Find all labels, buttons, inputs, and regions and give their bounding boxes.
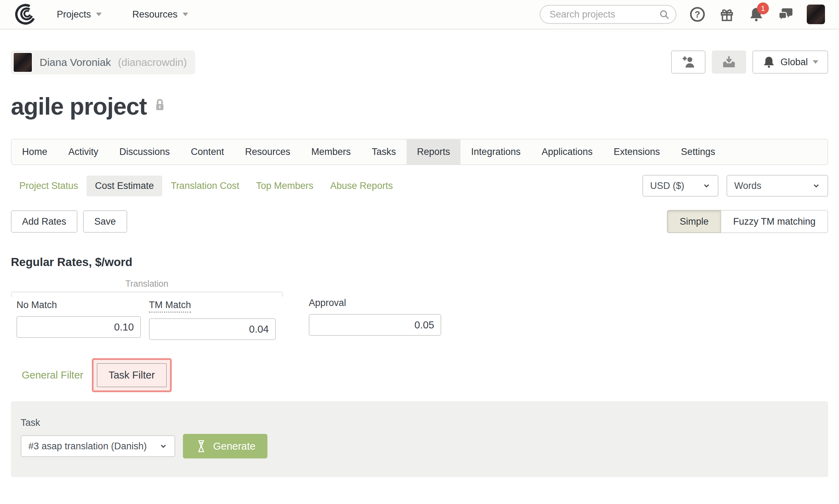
tab-extensions[interactable]: Extensions	[603, 139, 670, 164]
tab-settings[interactable]: Settings	[670, 139, 726, 164]
global-label: Global	[780, 57, 808, 68]
unit-selected-value: Words	[734, 181, 762, 191]
tab-discussions[interactable]: Discussions	[109, 139, 180, 164]
currency-select[interactable]: USD ($)	[642, 175, 718, 197]
project-tabs: Home Activity Discussions Content Resour…	[11, 139, 828, 165]
project-header-row: Diana Voroniak (dianacrowdin)	[11, 50, 828, 74]
rates-buttons: Add Rates Save	[11, 210, 127, 233]
general-filter-link[interactable]: General Filter	[22, 369, 83, 381]
rates-area: Translation No Match TM Match Approval	[11, 279, 828, 340]
bell-icon	[762, 55, 776, 69]
search-icon[interactable]	[659, 9, 670, 20]
tab-members[interactable]: Members	[301, 139, 361, 164]
nav-projects-label: Projects	[57, 9, 91, 20]
global-notifications-button[interactable]: Global	[752, 50, 828, 74]
top-nav-menu: Projects Resources	[57, 9, 188, 20]
mode-simple-button[interactable]: Simple	[667, 210, 721, 233]
owner-name: Diana Voroniak	[40, 56, 111, 68]
currency-selected-value: USD ($)	[650, 181, 684, 191]
search-wrap	[540, 5, 676, 24]
task-filter-highlight: Task Filter	[92, 358, 172, 392]
tm-match-label: TM Match	[149, 300, 191, 313]
translation-group-bracket	[11, 292, 283, 297]
tab-reports[interactable]: Reports	[407, 139, 461, 164]
rates-heading: Regular Rates, $/word	[11, 256, 828, 269]
top-navigation-bar: Projects Resources ?	[0, 0, 839, 29]
task-filter-button[interactable]: Task Filter	[97, 363, 167, 387]
topbar-right-cluster: ? 1	[540, 5, 825, 24]
generate-button[interactable]: Generate	[183, 434, 267, 458]
chevron-down-icon	[702, 182, 711, 190]
help-button[interactable]: ?	[689, 6, 706, 23]
svg-text:?: ?	[695, 9, 700, 19]
title-row: agile project	[11, 93, 828, 120]
page-content: Diana Voroniak (dianacrowdin)	[0, 50, 839, 477]
project-owner-link[interactable]: Diana Voroniak (dianacrowdin)	[11, 50, 195, 74]
task-select[interactable]: #3 asap translation (Danish)	[21, 435, 175, 457]
subtab-top-members[interactable]: Top Members	[248, 176, 322, 196]
subtab-cost-estimate[interactable]: Cost Estimate	[87, 176, 162, 196]
approval-input[interactable]	[309, 314, 441, 336]
no-match-input[interactable]	[16, 316, 141, 338]
chevron-down-icon	[159, 442, 168, 450]
tab-content[interactable]: Content	[180, 139, 235, 164]
report-subtabs: Project Status Cost Estimate Translation…	[11, 176, 401, 196]
translation-rate-group: Translation No Match TM Match	[11, 279, 283, 340]
generate-label: Generate	[213, 441, 255, 452]
task-label: Task	[21, 417, 818, 428]
owner-avatar	[13, 52, 33, 73]
messages-button[interactable]	[777, 6, 794, 23]
tab-home[interactable]: Home	[12, 139, 58, 164]
mode-fuzzy-tm-button[interactable]: Fuzzy TM matching	[721, 210, 828, 233]
download-icon	[722, 55, 736, 69]
caret-down-icon	[96, 13, 102, 16]
private-project-lock-icon	[153, 97, 166, 113]
download-project-button[interactable]	[712, 50, 746, 74]
owner-handle: (dianacrowdin)	[118, 56, 187, 68]
approval-field: Approval	[309, 298, 441, 336]
tm-match-field: TM Match	[149, 300, 276, 340]
no-match-field: No Match	[16, 300, 141, 340]
nav-projects-dropdown[interactable]: Projects	[57, 9, 102, 20]
header-actions: Global	[671, 50, 828, 74]
rates-toolbar: Add Rates Save Simple Fuzzy TM matching	[11, 210, 828, 233]
invite-people-button[interactable]	[671, 50, 705, 74]
add-user-icon	[681, 55, 696, 69]
chevron-down-icon	[812, 182, 820, 190]
nav-resources-label: Resources	[132, 9, 178, 20]
filter-row: General Filter Task Filter	[11, 358, 828, 392]
report-options: USD ($) Words	[642, 175, 828, 197]
add-rates-button[interactable]: Add Rates	[11, 210, 77, 233]
tab-resources[interactable]: Resources	[234, 139, 301, 164]
no-match-label: No Match	[16, 300, 57, 311]
hourglass-icon	[195, 439, 207, 453]
task-selected-value: #3 asap translation (Danish)	[28, 441, 147, 452]
approval-label: Approval	[309, 298, 346, 308]
gift-button[interactable]	[718, 6, 735, 23]
task-filter-panel: Task #3 asap translation (Danish) Gen	[11, 401, 828, 477]
nav-resources-dropdown[interactable]: Resources	[132, 9, 188, 20]
rates-mode-switch: Simple Fuzzy TM matching	[667, 210, 828, 233]
translation-group-label: Translation	[11, 279, 283, 289]
tab-tasks[interactable]: Tasks	[361, 139, 407, 164]
tab-applications[interactable]: Applications	[531, 139, 603, 164]
subtab-project-status[interactable]: Project Status	[11, 176, 87, 196]
current-user-avatar[interactable]	[807, 5, 825, 24]
save-button[interactable]: Save	[83, 210, 127, 233]
tab-activity[interactable]: Activity	[58, 139, 109, 164]
caret-down-icon	[183, 13, 188, 16]
unit-select[interactable]: Words	[727, 175, 828, 197]
search-input[interactable]	[540, 5, 676, 24]
tm-match-input[interactable]	[149, 318, 276, 340]
crowdin-logo-icon[interactable]	[14, 3, 36, 26]
tab-integrations[interactable]: Integrations	[461, 139, 531, 164]
subtab-translation-cost[interactable]: Translation Cost	[162, 176, 248, 196]
page-title: agile project	[11, 93, 147, 120]
subtab-abuse-reports[interactable]: Abuse Reports	[322, 176, 401, 196]
notification-count-badge: 1	[757, 2, 769, 14]
notifications-bell-button[interactable]: 1	[748, 6, 765, 23]
report-subtab-row: Project Status Cost Estimate Translation…	[11, 175, 828, 197]
caret-down-icon	[813, 60, 818, 64]
